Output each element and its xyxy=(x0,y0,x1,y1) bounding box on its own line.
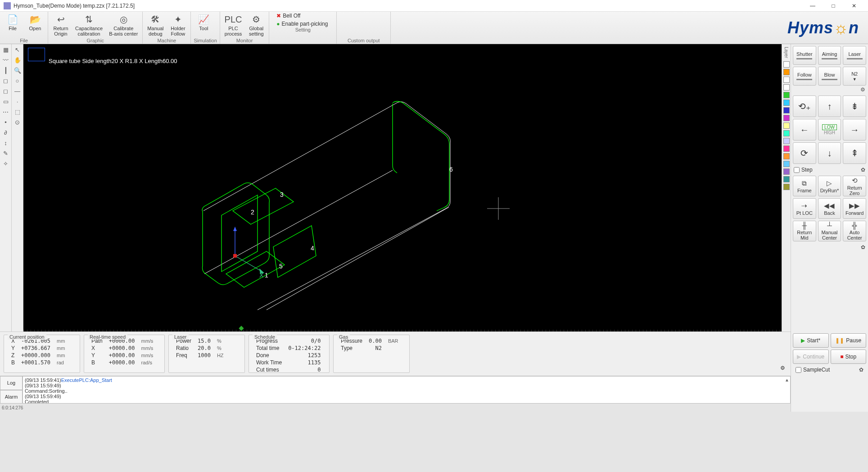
shutter-btn[interactable]: Shutter xyxy=(793,46,816,65)
blow-btn[interactable]: Blow xyxy=(818,67,841,86)
tool2-4[interactable]: — xyxy=(13,86,22,95)
tool1-11[interactable]: ✧ xyxy=(1,159,10,168)
run-gear[interactable]: ✿ xyxy=(859,367,863,373)
tool2-2[interactable]: 🔍 xyxy=(13,66,22,75)
pause-button[interactable]: ❚❚Pause xyxy=(831,333,867,348)
maximize-button[interactable]: □ xyxy=(823,0,844,12)
part-picking-toggle[interactable]: ●Enable part-picking xyxy=(276,21,329,27)
layer-swatch-16[interactable] xyxy=(783,184,790,190)
tool2-1[interactable]: ✋ xyxy=(13,55,22,64)
layer-swatch-3[interactable] xyxy=(783,84,790,91)
layer-swatch-13[interactable] xyxy=(783,161,790,167)
tool1-1[interactable]: 〰 xyxy=(1,55,10,64)
jog-left[interactable]: ← xyxy=(793,119,816,141)
layer-swatch-15[interactable] xyxy=(783,176,790,182)
jog-zup[interactable]: ⇞ xyxy=(843,142,866,164)
start-button[interactable]: ▶Start* xyxy=(793,333,829,348)
tool1-10[interactable]: ✎ xyxy=(1,149,10,158)
tool1-9[interactable]: ↕ xyxy=(1,138,10,147)
layer-swatch-0[interactable] xyxy=(783,61,790,68)
continue-button[interactable]: ▶Continue xyxy=(793,349,829,364)
ptloc-btn-label: Pt LOC xyxy=(796,210,813,216)
bell-off-toggle[interactable]: ✖Bell Off xyxy=(276,13,329,19)
tool2-6[interactable]: ⬚ xyxy=(13,107,22,116)
manual-debug-btn[interactable]: 🛠Manual debug xyxy=(145,13,165,38)
global-setting-btn[interactable]: ⚙Global setting xyxy=(246,13,266,38)
returnzero-btn[interactable]: ⟲Return Zero xyxy=(843,176,866,196)
tool1-7[interactable]: • xyxy=(1,118,10,127)
return-origin-btn-label: Return Origin xyxy=(53,26,68,36)
file-btn[interactable]: 📄File xyxy=(3,13,23,38)
manualcenter-btn[interactable]: ┴Manual Center xyxy=(818,221,841,241)
log-text[interactable]: ▲ (09/13 15:59:41)ExecutePLC:App_Start(0… xyxy=(23,376,791,404)
jog-zdown[interactable]: ⇟ xyxy=(843,95,866,117)
open-btn[interactable]: 📂Open xyxy=(25,13,45,38)
log-scroll-up[interactable]: ▲ xyxy=(785,377,789,382)
svg-line-1 xyxy=(235,256,262,272)
stop-button[interactable]: ■Stop xyxy=(831,349,867,364)
holder-follow-btn[interactable]: ✦Holder Follow xyxy=(168,13,188,38)
jog-right[interactable]: → xyxy=(843,119,866,141)
forward-btn[interactable]: ▶▶Forward xyxy=(843,198,866,219)
layer-swatch-4[interactable] xyxy=(783,92,790,98)
dryrun-btn[interactable]: ▷DryRun* xyxy=(818,176,841,196)
autocenter-btn[interactable]: ╬Auto Center xyxy=(843,221,866,241)
log-line: Command:Sorting.. xyxy=(25,388,788,394)
tool1-3[interactable]: ◻ xyxy=(1,76,10,85)
layer-swatch-8[interactable] xyxy=(783,123,790,129)
layer-swatch-12[interactable] xyxy=(783,153,790,159)
jog-speed[interactable]: LOWHIGH xyxy=(818,119,841,141)
ribbon: 📄File📂OpenFile↩Return Origin⇅Capacitance… xyxy=(0,12,868,44)
layer-swatch-11[interactable] xyxy=(783,145,790,152)
tool2-5[interactable]: · xyxy=(13,97,22,106)
jog-up[interactable]: ↑ xyxy=(818,95,841,117)
tool1-8[interactable]: ∂ xyxy=(1,128,10,137)
tool2-7[interactable]: ⊙ xyxy=(13,118,22,127)
log-tab[interactable]: Log xyxy=(0,376,23,390)
jog-rot-ccw[interactable]: ⟲₊ xyxy=(793,95,816,117)
frame-btn[interactable]: ⧉Frame xyxy=(793,176,816,196)
right-gear-2[interactable]: ✿ xyxy=(861,244,865,250)
custom-output-group: Custom output xyxy=(337,12,391,44)
layer-swatch-14[interactable] xyxy=(783,168,790,175)
tool-btn[interactable]: 📈Tool xyxy=(194,13,213,38)
returnmid-btn[interactable]: ╫Return Mid xyxy=(793,221,816,241)
minimize-button[interactable]: — xyxy=(802,0,823,12)
back-btn[interactable]: ◀◀Back xyxy=(818,198,841,219)
layer-swatch-6[interactable] xyxy=(783,107,790,113)
svg-rect-4 xyxy=(233,254,237,258)
tool2-3[interactable]: ○ xyxy=(13,76,22,85)
tool1-5[interactable]: ▭ xyxy=(1,97,10,106)
ribbon-group: ↩Return Origin⇅Capacitance calibration◎C… xyxy=(48,12,143,44)
canvas[interactable]: Square tube Side length20 X R1.8 X Lengt… xyxy=(23,44,782,331)
aiming-btn[interactable]: Aiming xyxy=(818,46,841,65)
jog-rot-cw[interactable]: ⟳ xyxy=(793,142,816,164)
alarm-tab[interactable]: Alarm xyxy=(0,390,23,404)
layer-swatch-7[interactable] xyxy=(783,115,790,121)
close-button[interactable]: ✕ xyxy=(844,0,864,12)
return-origin-btn[interactable]: ↩Return Origin xyxy=(51,13,71,38)
tool1-0[interactable]: ▦ xyxy=(1,45,10,54)
status-gear[interactable]: ⚙ xyxy=(778,363,787,373)
samplecut-checkbox[interactable] xyxy=(796,367,801,373)
jog-down[interactable]: ↓ xyxy=(818,142,841,164)
step-checkbox[interactable] xyxy=(794,167,800,173)
step-gear[interactable]: ✿ xyxy=(861,167,865,173)
n2-btn[interactable]: N2▼ xyxy=(843,67,866,86)
right-gear-1[interactable]: ⚙ xyxy=(860,86,865,93)
tool1-2[interactable]: ┃ xyxy=(1,66,10,75)
calib-b-btn[interactable]: ◎Calibrate B-axis center xyxy=(107,13,140,38)
plc-process-btn[interactable]: PLCPLC process xyxy=(223,13,244,38)
ptloc-btn[interactable]: ⇢Pt LOC xyxy=(793,198,816,219)
layer-swatch-9[interactable] xyxy=(783,130,790,136)
layer-swatch-2[interactable] xyxy=(783,77,790,83)
follow-btn[interactable]: Follow xyxy=(793,67,816,86)
layer-swatch-5[interactable] xyxy=(783,100,790,106)
layer-swatch-1[interactable] xyxy=(783,69,790,75)
laser-btn[interactable]: Laser xyxy=(843,46,866,65)
layer-swatch-10[interactable] xyxy=(783,138,790,144)
tool1-4[interactable]: ◻ xyxy=(1,86,10,95)
cap-cal-btn[interactable]: ⇅Capacitance calibration xyxy=(73,13,104,38)
tool1-6[interactable]: ⋯ xyxy=(1,107,10,116)
tool2-0[interactable]: ↖ xyxy=(13,45,22,54)
